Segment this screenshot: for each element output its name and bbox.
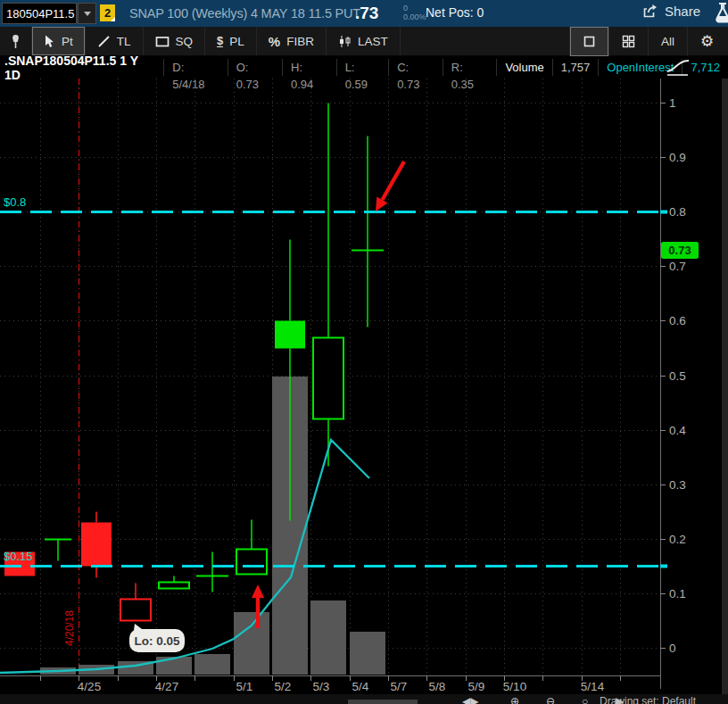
tool-square-label: SQ (176, 35, 194, 48)
low-cell: L: 0.59 (336, 59, 388, 76)
instrument-title: SNAP 100 (Weeklys) 4 MAY 18 11.5 PUT (129, 6, 360, 21)
chart-plot-area[interactable]: 10.90.80.70.60.50.40.30.20.104/254/275/1… (0, 79, 728, 694)
tool-priceline-label: PL (229, 35, 244, 48)
annotation-arrow-head (252, 584, 264, 598)
share-label: Share (665, 4, 700, 19)
y-tick-label: 0.5 (669, 369, 686, 383)
tool-last-button[interactable]: LAST (327, 27, 401, 55)
x-tick-label: 5/8 (429, 680, 446, 693)
percent-icon: % (269, 34, 280, 49)
y-tick-label: 0.1 (669, 587, 686, 600)
all-label: All (661, 35, 674, 48)
range-cell: R: 0.35 (443, 59, 497, 76)
tool-trendline-button[interactable]: TL (86, 27, 144, 55)
y-tick-label: 0.3 (669, 478, 686, 492)
flask-icon (713, 3, 728, 25)
candlestick-icon (338, 35, 352, 48)
all-button[interactable]: All (648, 27, 687, 56)
x-tick-label: 4/27 (155, 680, 178, 693)
x-tick-label: 5/14 (581, 680, 605, 693)
level-axis-tick (660, 211, 667, 214)
chart-status-row: .SNAP180504P11.5 1 Y 1D D: 5/4/18 O: 0.7… (0, 56, 728, 79)
symbol-dropdown-button[interactable] (78, 3, 96, 24)
x-tick-label: 5/2 (275, 680, 292, 693)
analyze-flask-button[interactable] (713, 3, 728, 29)
level-axis-tick (660, 565, 667, 568)
open-cell: O: 0.73 (228, 59, 282, 76)
volume-bar (194, 654, 230, 675)
last-price: .73 (355, 4, 378, 23)
y-tick-label: 0 (669, 642, 676, 655)
volume-value: 1,757 (552, 59, 599, 76)
tool-last-label: LAST (358, 35, 388, 48)
date-vline-label: 4/20/18 (63, 610, 76, 646)
zoom-out-icon[interactable]: ⊖ (546, 695, 555, 704)
horizontal-scrollbar-thumb[interactable] (348, 700, 418, 704)
square-icon (155, 35, 170, 48)
symbol-header: 2 SNAP 100 (Weeklys) 4 MAY 18 11.5 PUT .… (0, 0, 728, 27)
x-tick-label: 5/7 (391, 680, 408, 693)
tool-pointer-button[interactable]: Pt (32, 27, 86, 55)
chart-style-button[interactable] (666, 58, 692, 80)
tool-pointer-label: Pt (62, 35, 73, 48)
net-position: Net Pos: 0 (426, 5, 484, 20)
candle-body (313, 338, 343, 419)
pin-icon (10, 34, 21, 49)
x-tick-label: 5/3 (313, 680, 330, 693)
close-cell: C: 0.73 (388, 59, 443, 76)
trendline-icon (97, 35, 111, 48)
candle-body (81, 523, 112, 567)
low-tooltip-text: Lo: 0.05 (134, 634, 180, 648)
tool-fib-button[interactable]: % FIBR (257, 27, 327, 55)
annotation-arrow-shaft (382, 162, 404, 200)
change-percent: 0.00% (403, 12, 426, 21)
chevron-down-icon (84, 12, 91, 16)
x-tick-label: 5/9 (468, 680, 485, 693)
grid-2x2-icon (622, 35, 635, 48)
y-tick-label: 0.8 (669, 205, 686, 219)
vertical-scrollbar[interactable] (722, 79, 728, 694)
dollar-icon: $ (217, 35, 223, 47)
grid-layout-button[interactable] (608, 27, 648, 56)
layout-controls: All ⚙ (569, 27, 726, 56)
curve-style-icon (666, 58, 692, 77)
volume-bar (310, 600, 346, 675)
thinkorswim-window: 2 SNAP 100 (Weeklys) 4 MAY 18 11.5 PUT .… (0, 0, 728, 704)
candle-body (236, 550, 267, 575)
x-tick-label: 5/4 (352, 680, 369, 693)
price-change: 0 0.00% (403, 4, 426, 21)
y-tick-label: 0.9 (669, 151, 686, 164)
price-level-label: $0.8 (4, 195, 26, 209)
drawing-toolbar: Pt TL SQ $ PL % FIBR (0, 27, 728, 56)
chart-symbol: .SNAP180504P11.5 1 Y 1D (0, 54, 163, 82)
symbol-input[interactable] (2, 3, 77, 24)
y-tick-label: 1 (669, 96, 676, 110)
single-chart-layout-button[interactable] (569, 27, 608, 56)
tool-square-button[interactable]: SQ (144, 27, 206, 55)
share-button[interactable]: Share (642, 4, 700, 19)
candle-body (120, 600, 151, 621)
volume-bar (234, 612, 269, 675)
tool-priceline-button[interactable]: $ PL (205, 27, 257, 55)
drawing-set-label[interactable]: Drawing set: Default (600, 695, 696, 704)
y-tick-label: 0.6 (669, 314, 686, 327)
circle-icon[interactable]: ○ (582, 695, 588, 704)
change-value: 0 (403, 4, 426, 12)
y-tick-label: 0.7 (669, 260, 686, 273)
tool-trendline-label: TL (117, 35, 131, 48)
x-tick-label: 4/25 (78, 680, 101, 693)
chart-settings-button[interactable]: ⚙ (687, 27, 726, 56)
candle-body (159, 583, 189, 589)
note-badge[interactable]: 2 (100, 4, 115, 21)
pin-button[interactable] (0, 27, 32, 55)
price-level-label: $0.15 (4, 550, 33, 563)
gear-icon: ⚙ (700, 34, 714, 49)
single-pane-icon (583, 36, 595, 47)
cursor-arrow-icon (44, 35, 55, 48)
pan-icon[interactable]: ◀▶ (462, 695, 478, 704)
zoom-in-icon[interactable]: ⊕ (510, 695, 519, 704)
price-chart[interactable]: 10.90.80.70.60.50.40.30.20.104/254/275/1… (0, 79, 728, 694)
volume-label: Volume (496, 59, 551, 76)
tool-fib-label: FIBR (286, 35, 314, 48)
x-tick-label: 5/10 (503, 680, 526, 693)
